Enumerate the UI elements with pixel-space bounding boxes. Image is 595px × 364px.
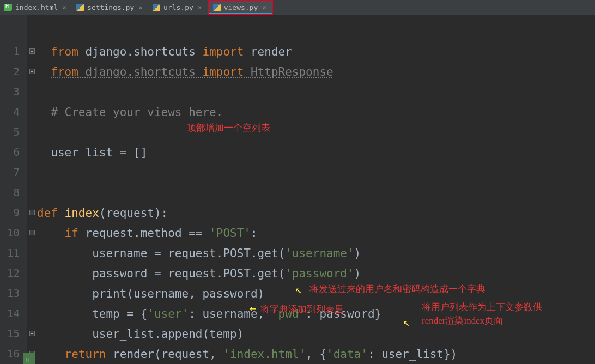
fold-marker-icon[interactable] — [29, 230, 35, 235]
code-line: return render(request, 'index.html', {'d… — [37, 348, 595, 364]
editor-tab-bar: index.html × settings.py × urls.py × vie… — [0, 0, 595, 15]
line-number: 1 — [0, 45, 27, 65]
line-number: 4 — [0, 106, 27, 126]
arrow-icon: ↗ — [403, 316, 410, 329]
line-number: 14 — [0, 307, 27, 327]
line-number: 8 — [0, 186, 27, 207]
code-line: username = request.POST.get('username') — [37, 247, 595, 267]
fold-marker-icon[interactable] — [29, 48, 35, 54]
code-line: if request.method == 'POST': — [37, 227, 595, 247]
code-line: print(username, password) — [37, 287, 595, 307]
code-editor[interactable]: from django.shortcuts import render from… — [37, 15, 595, 364]
code-line: # Create your views here. — [37, 106, 595, 126]
line-number: 7 — [0, 166, 27, 186]
arrow-icon: ↖ — [295, 283, 302, 296]
line-number: 12 — [0, 267, 27, 287]
tab-index-html[interactable]: index.html × — [0, 0, 72, 15]
line-number: 10 — [0, 227, 27, 247]
line-number: 6 — [0, 146, 27, 166]
close-icon[interactable]: × — [197, 3, 203, 11]
line-number: 13 — [0, 287, 27, 307]
tab-label: urls.py — [163, 3, 193, 11]
close-icon[interactable]: × — [261, 3, 268, 11]
python-file-icon — [76, 4, 84, 11]
line-number: 11 — [0, 247, 27, 267]
tab-urls-py[interactable]: urls.py × — [148, 0, 208, 15]
tab-views-py[interactable]: views.py × — [208, 0, 273, 15]
code-line — [37, 126, 595, 146]
close-icon[interactable]: × — [137, 3, 144, 11]
close-icon[interactable]: × — [61, 3, 68, 11]
python-file-icon — [213, 4, 221, 11]
code-line: from django.shortcuts import render — [37, 45, 595, 65]
tab-settings-py[interactable]: settings.py × — [72, 0, 148, 15]
code-line — [37, 166, 595, 186]
line-number-gutter: 1 2 3 4 5 6 7 8 9 10 11 12 13 14 15 16 — [0, 15, 27, 364]
code-line: password = request.POST.get('password') — [37, 267, 595, 287]
fold-gutter — [27, 15, 37, 364]
tab-label: views.py — [224, 3, 258, 11]
code-line: from django.shortcuts import HttpRespons… — [37, 65, 595, 86]
fold-marker-icon[interactable] — [29, 69, 35, 74]
line-number: 5 — [0, 126, 27, 146]
line-number: 3 — [0, 86, 27, 106]
line-number: 2 — [0, 65, 27, 86]
code-line: user_list.append(temp) — [37, 327, 595, 348]
line-number: 9 — [0, 207, 27, 227]
editor-area: 1 2 3 4 5 6 7 8 9 10 11 12 13 14 15 16 f… — [0, 15, 595, 364]
python-file-icon — [153, 4, 160, 11]
code-line: temp = {'user': username, 'pwd': passwor… — [37, 307, 595, 327]
code-line — [37, 86, 595, 106]
line-number: 15 — [0, 327, 27, 348]
file-modified-indicator: H — [23, 353, 35, 364]
code-line: user_list = [] — [37, 146, 595, 166]
html-file-icon — [4, 4, 12, 11]
tab-label: settings.py — [87, 3, 134, 11]
tab-label: index.html — [15, 3, 58, 11]
arrow-icon: ← — [250, 301, 256, 314]
fold-marker-icon[interactable] — [29, 331, 35, 336]
code-line: def index(request): — [37, 207, 595, 227]
fold-marker-icon[interactable] — [29, 210, 35, 215]
code-line — [37, 186, 595, 207]
